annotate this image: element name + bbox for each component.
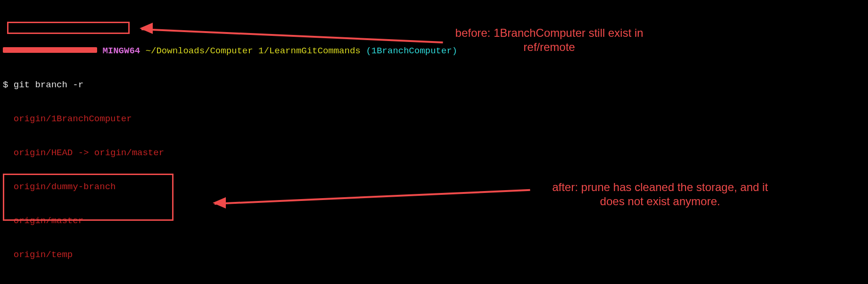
branch-output: origin/1BranchComputer <box>3 113 457 125</box>
command-line[interactable]: $ git branch -r <box>3 79 457 91</box>
terminal-output: MINGW64 ~/Downloads/Computer 1/LearnmGit… <box>3 0 457 284</box>
branch-output: origin/master <box>3 215 457 226</box>
branch-output: origin/dummy-branch <box>3 181 457 192</box>
annotation-after: after: prune has cleaned the storage, an… <box>552 180 769 209</box>
prompt-line: MINGW64 ~/Downloads/Computer 1/LearnmGit… <box>3 45 457 57</box>
branch-output: origin/temp <box>3 249 457 260</box>
annotation-before: before: 1BranchComputer still exist in r… <box>455 26 644 54</box>
branch-output: origin/HEAD -> origin/master <box>3 147 457 159</box>
